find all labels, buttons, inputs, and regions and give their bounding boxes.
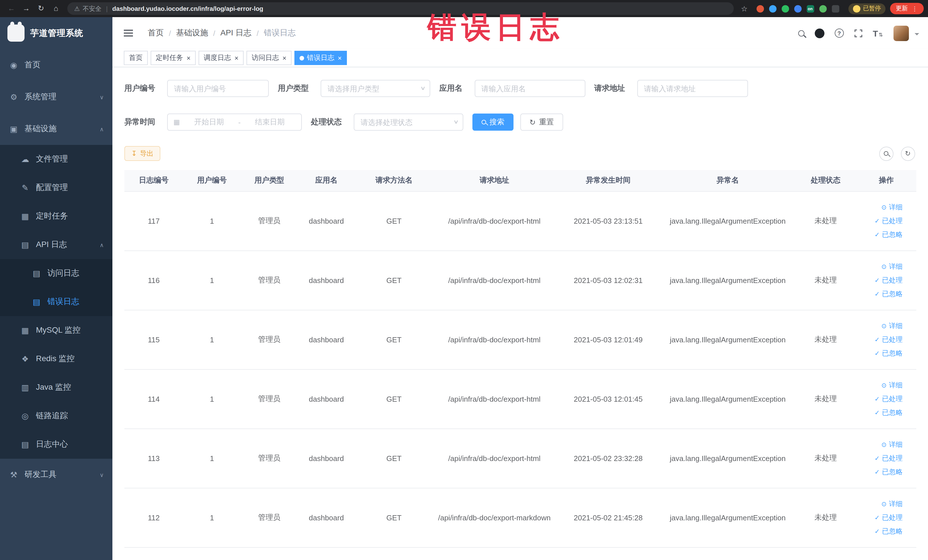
- browser-chrome: ← → ↻ ⌂ ⚠ 不安全 | dashboard.yudao.iocoder.…: [0, 0, 928, 17]
- sidebar-item-config-management[interactable]: ✎配置管理: [0, 174, 112, 202]
- cell-method: GET: [355, 429, 433, 488]
- sidebar-item-access-log[interactable]: ▤访问日志: [0, 259, 112, 288]
- sidebar-item-redis-monitor[interactable]: ❖Redis 监控: [0, 345, 112, 373]
- sidebar-item-trace[interactable]: ◎链路追踪: [0, 402, 112, 430]
- cell-time: 2021-05-03 12:02:31: [556, 250, 661, 310]
- breadcrumb-item[interactable]: API 日志: [221, 28, 252, 38]
- tab-home[interactable]: 首页: [124, 51, 148, 65]
- sidebar-item-dev-tools[interactable]: ⚒研发工具∨: [0, 459, 112, 491]
- eye-icon: ⊙: [882, 201, 887, 214]
- extension-icon[interactable]: [769, 5, 776, 12]
- user-type-select[interactable]: ∨: [321, 80, 430, 97]
- font-size-icon[interactable]: T⇅: [873, 28, 883, 38]
- user-avatar[interactable]: [893, 25, 908, 41]
- search-button[interactable]: 搜索: [472, 113, 513, 131]
- processed-link[interactable]: ✓已处理: [875, 452, 903, 464]
- processed-link[interactable]: ✓已处理: [875, 215, 903, 227]
- date-range-picker[interactable]: ▦ 开始日期 - 结束日期: [167, 113, 302, 131]
- process-status-select[interactable]: ∨: [354, 113, 463, 131]
- detail-link[interactable]: ⊙详细: [882, 497, 903, 510]
- check-icon: ✓: [875, 465, 880, 478]
- extension-icon[interactable]: on: [806, 5, 814, 12]
- breadcrumb-item[interactable]: 基础设施: [176, 28, 208, 38]
- address-bar[interactable]: ⚠ 不安全 | dashboard.yudao.iocoder.cn/infra…: [67, 2, 733, 15]
- cell-time: 2021-05-03 23:13:51: [556, 191, 661, 250]
- column-header: 操作: [856, 170, 916, 191]
- export-button[interactable]: ↧ 导出: [124, 146, 160, 161]
- search-icon: [482, 120, 486, 124]
- processed-link[interactable]: ✓已处理: [875, 392, 903, 405]
- reset-button[interactable]: ↻ 重置: [520, 113, 563, 131]
- fullscreen-icon[interactable]: [854, 29, 863, 37]
- tab-close-icon[interactable]: ×: [282, 54, 286, 62]
- tab-close-icon[interactable]: ×: [338, 54, 342, 62]
- avatar-dropdown-icon[interactable]: [914, 33, 919, 37]
- processed-link[interactable]: ✓已处理: [875, 274, 903, 287]
- sidebar-item-system-management[interactable]: ⚙系统管理∨: [0, 81, 112, 113]
- extension-icon[interactable]: [781, 5, 789, 12]
- breadcrumb-item[interactable]: 首页: [148, 28, 164, 38]
- search-icon[interactable]: [798, 30, 804, 36]
- bookmark-star-icon[interactable]: ☆: [738, 4, 751, 13]
- sidebar-item-scheduled-jobs[interactable]: ▦定时任务: [0, 202, 112, 230]
- cell-exception: java.lang.IllegalArgumentException: [661, 250, 795, 310]
- browser-reload-icon[interactable]: ↻: [34, 2, 48, 15]
- cell-actions: ⊙详细✓已处理✓已忽略: [856, 250, 916, 310]
- request-url-input[interactable]: [637, 80, 748, 97]
- app-title: 芋道管理系统: [30, 27, 83, 38]
- ignored-link[interactable]: ✓已忽略: [875, 288, 903, 300]
- sidebar-item-java-monitor[interactable]: ▥Java 监控: [0, 373, 112, 402]
- processed-link[interactable]: ✓已处理: [875, 511, 903, 524]
- sidebar-item-api-log[interactable]: ▤API 日志∧: [0, 230, 112, 259]
- tab-scheduled-jobs[interactable]: 定时任务×: [151, 51, 196, 65]
- extension-icon[interactable]: [794, 5, 801, 12]
- tab-error-log[interactable]: 错误日志×: [295, 51, 347, 65]
- sidebar-item-mysql-monitor[interactable]: ▦MySQL 监控: [0, 316, 112, 345]
- detail-link[interactable]: ⊙详细: [882, 201, 903, 214]
- ignored-link[interactable]: ✓已忽略: [875, 406, 903, 419]
- sidebar-toggle-icon[interactable]: [124, 32, 133, 34]
- browser-menu-kebab-icon[interactable]: ⋮: [912, 5, 918, 12]
- ignored-link[interactable]: ✓已忽略: [875, 465, 903, 478]
- detail-link[interactable]: ⊙详细: [882, 379, 903, 391]
- browser-home-icon[interactable]: ⌂: [49, 2, 63, 15]
- tab-close-icon[interactable]: ×: [186, 54, 191, 62]
- ignored-link[interactable]: ✓已忽略: [875, 228, 903, 241]
- refresh-table-button[interactable]: ↻: [901, 146, 915, 160]
- detail-link[interactable]: ⊙详细: [882, 260, 903, 273]
- paused-badge[interactable]: 已暂停: [848, 3, 885, 14]
- sidebar-item-home[interactable]: ◉首页: [0, 49, 112, 81]
- extension-icon[interactable]: [756, 5, 764, 12]
- ignored-link[interactable]: ✓已忽略: [875, 525, 903, 537]
- toggle-search-button[interactable]: [879, 146, 893, 160]
- extension-icon[interactable]: [832, 5, 839, 12]
- user-id-input[interactable]: [167, 80, 269, 97]
- cell-time: 2021-05-03 12:01:45: [556, 369, 661, 429]
- breadcrumb-separator: /: [213, 29, 215, 37]
- browser-forward-icon[interactable]: →: [20, 2, 33, 15]
- sidebar-item-log-center[interactable]: ▤日志中心: [0, 430, 112, 459]
- browser-back-icon[interactable]: ←: [5, 2, 18, 15]
- tab-close-icon[interactable]: ×: [235, 54, 238, 62]
- user-type-select-input[interactable]: [321, 80, 430, 97]
- cell-url: /api/infra/db-doc/export-html: [433, 310, 556, 369]
- api-log-icon: ▤: [20, 240, 30, 249]
- extension-icon[interactable]: [819, 5, 826, 12]
- sidebar-item-error-log[interactable]: ▤错误日志: [0, 288, 112, 316]
- detail-link[interactable]: ⊙详细: [882, 438, 903, 451]
- processed-link[interactable]: ✓已处理: [875, 333, 903, 346]
- detail-link[interactable]: ⊙详细: [882, 319, 903, 332]
- sidebar-item-label: 研发工具: [24, 470, 56, 480]
- process-status-select-input[interactable]: [354, 113, 463, 131]
- update-button[interactable]: 更新 ⋮: [890, 3, 923, 14]
- help-icon[interactable]: ?: [835, 29, 844, 38]
- tab-access-log[interactable]: 访问日志×: [246, 51, 292, 65]
- ignored-link[interactable]: ✓已忽略: [875, 347, 903, 359]
- app-name-input[interactable]: [475, 80, 585, 97]
- sidebar-item-infrastructure[interactable]: ▣基础设施∧: [0, 113, 112, 145]
- security-warning-icon: ⚠: [74, 5, 80, 12]
- tab-schedule-log[interactable]: 调度日志×: [198, 51, 244, 65]
- github-icon[interactable]: [815, 28, 824, 38]
- sidebar-item-file-management[interactable]: ☁文件管理: [0, 145, 112, 174]
- processed-link-label: 已处理: [882, 452, 903, 464]
